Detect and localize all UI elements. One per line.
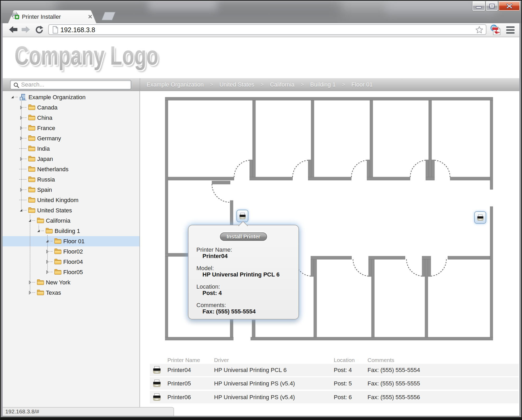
address-bar[interactable]: 192.168.3.8	[48, 24, 486, 35]
tree-item-label[interactable]: Floor04	[63, 257, 83, 267]
tree-item-label[interactable]: Floor05	[63, 267, 83, 277]
tree-item-floor05[interactable]: Floor05	[3, 267, 139, 277]
tree-item-united-states[interactable]: United States	[3, 205, 139, 216]
tree-item-label[interactable]: Germany	[37, 133, 61, 144]
window-maximize-button[interactable]	[486, 1, 498, 11]
search-icon	[13, 82, 20, 88]
tree-item-label[interactable]: Example Organization	[28, 92, 85, 102]
tree-item-label[interactable]: Russia	[37, 174, 55, 185]
printer-installer-favicon-icon	[11, 12, 19, 20]
folder-icon	[54, 238, 62, 245]
folder-glyph-icon	[28, 125, 36, 131]
printer-marker[interactable]	[474, 211, 486, 224]
tree-item-floor04[interactable]: Floor04	[3, 257, 139, 267]
breadcrumb-item[interactable]: Example Organization	[147, 81, 204, 88]
breadcrumb-item[interactable]: United States	[219, 81, 254, 88]
tree-item-floor-01[interactable]: Floor 01	[3, 236, 139, 246]
tree-connector-line	[15, 97, 18, 97]
tree-item-label[interactable]: California	[46, 216, 70, 226]
breadcrumb-separator: >	[210, 82, 213, 88]
tree-item-label[interactable]: Japan	[37, 154, 53, 164]
install-printer-button[interactable]: Install Printer	[220, 232, 267, 241]
tree-item-label[interactable]: France	[37, 123, 55, 133]
tree-item-label[interactable]: United Kingdom	[37, 195, 79, 205]
table-header-printer-name: Printer Name	[167, 357, 200, 363]
table-header-driver: Driver	[214, 357, 229, 363]
pdf-extension-icon[interactable]	[490, 24, 501, 35]
tree-connector-line	[23, 117, 26, 118]
bookmark-star-icon[interactable]	[475, 26, 483, 34]
tree-item-label[interactable]: Spain	[37, 185, 52, 195]
tree-item-new-york[interactable]: New York	[3, 277, 139, 288]
forward-icon[interactable]	[21, 26, 31, 34]
tree-item-label[interactable]: Floor 01	[63, 236, 85, 246]
tree-item-label[interactable]: Floor02	[63, 246, 83, 257]
tree-item-texas[interactable]: Texas	[3, 288, 139, 298]
tree-item-label[interactable]: United States	[37, 205, 72, 216]
tree-item-label[interactable]: India	[37, 144, 50, 154]
tooltip-field: Comments:Fax: (555) 555-5554	[196, 302, 280, 315]
folder-icon	[28, 135, 36, 142]
printer-tooltip: Install Printer Printer Name:Printer04Mo…	[188, 225, 299, 319]
menu-icon[interactable]	[506, 26, 515, 34]
tree-item-example-organization[interactable]: Example Organization	[3, 92, 139, 102]
search-box[interactable]	[10, 80, 131, 89]
reload-icon[interactable]	[35, 26, 44, 34]
printer-marker[interactable]	[236, 210, 248, 222]
folder-icon	[28, 125, 36, 132]
tooltip-field-label: Comments:	[196, 302, 280, 308]
tree-item-label[interactable]: New York	[46, 277, 70, 288]
breadcrumb-item[interactable]: California	[270, 81, 294, 88]
tree-connector-line	[50, 261, 52, 262]
tree-item-canada[interactable]: Canada	[3, 102, 139, 113]
folder-glyph-icon	[28, 155, 36, 162]
tree-connector-line	[23, 138, 26, 139]
tree-expander-open-icon[interactable]	[11, 95, 14, 99]
folder-glyph-icon	[28, 176, 36, 182]
printer-icon	[152, 379, 161, 389]
tree-item-california[interactable]: California	[3, 216, 139, 226]
page-content: Company Logo Company Logo Company Logo E…	[3, 37, 519, 416]
close-icon	[506, 3, 513, 9]
tooltip-field-value: Printer04	[196, 253, 280, 259]
tooltip-field: Printer Name:Printer04	[196, 247, 280, 259]
printer-glyph-icon	[152, 366, 161, 374]
tree-item-spain[interactable]: Spain	[3, 185, 139, 195]
breadcrumb-item[interactable]: Floor 01	[351, 81, 373, 88]
minimize-icon	[476, 3, 482, 9]
tree-connector-line	[23, 159, 26, 159]
folder-glyph-icon	[37, 217, 44, 223]
folder-glyph-icon	[54, 258, 62, 265]
tree-item-japan[interactable]: Japan	[3, 154, 139, 164]
new-tab-button[interactable]	[100, 12, 117, 21]
page-icon	[52, 26, 59, 34]
tab-close-icon[interactable]	[87, 13, 94, 20]
tree-item-france[interactable]: France	[3, 123, 139, 133]
url-text[interactable]: 192.168.3.8	[60, 25, 95, 34]
tree-connector-line	[19, 169, 26, 169]
printer-table-row[interactable]: Printer06HP Universal Printing PS (v5.4)…	[150, 391, 519, 403]
table-header-comments: Comments	[368, 357, 394, 363]
tree-item-germany[interactable]: Germany	[3, 133, 139, 144]
tree-item-label[interactable]: China	[37, 113, 52, 123]
organization-building-icon	[19, 94, 27, 101]
window-minimize-button[interactable]	[472, 1, 485, 11]
folder-glyph-icon	[37, 289, 44, 295]
tree-item-china[interactable]: China	[3, 113, 139, 123]
tree-item-label[interactable]: Netherlands	[37, 164, 69, 174]
table-cell-comments: Fax: (555) 555-5554	[368, 364, 420, 376]
breadcrumb-item[interactable]: Building 1	[310, 81, 336, 88]
printer-table-row[interactable]: Printer04HP Universal Printing PCL 6Post…	[150, 364, 519, 376]
tree-connector-line	[47, 235, 48, 272]
search-input[interactable]	[21, 81, 127, 88]
window-close-button[interactable]	[498, 1, 520, 11]
folder-icon	[28, 155, 36, 163]
tree-item-label[interactable]: Canada	[37, 102, 57, 113]
back-icon[interactable]	[8, 26, 18, 34]
printer-glyph-icon	[477, 214, 484, 221]
tree-item-building-1[interactable]: Building 1	[3, 226, 139, 236]
tree-item-floor02[interactable]: Floor02	[3, 246, 139, 257]
tree-item-label[interactable]: Texas	[46, 288, 61, 298]
tree-item-label[interactable]: Building 1	[55, 226, 80, 236]
printer-table-row[interactable]: Printer05HP Universal Printing PS (v5.4)…	[150, 377, 519, 390]
